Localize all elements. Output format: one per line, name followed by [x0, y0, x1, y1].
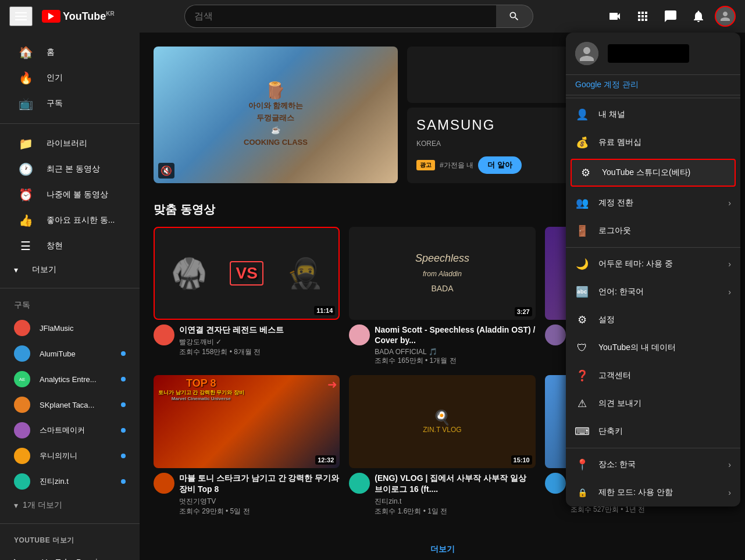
sidebar-item-subscriptions[interactable]: 📺 구독 [5, 91, 135, 116]
google-manage-link[interactable]: Google 계정 관리 [566, 75, 740, 95]
search-input[interactable] [184, 5, 496, 28]
sidebar-item-uni[interactable]: 우니의끼니 [0, 443, 140, 469]
sidebar-playlist-label: 창현 [47, 241, 63, 251]
duration-4: 12:32 [315, 455, 336, 465]
logo-icon [42, 10, 60, 23]
smart-dot [121, 428, 126, 433]
sidebar-item-jfla[interactable]: JFlaMusic [0, 315, 140, 341]
liked-icon: 👍 [19, 213, 33, 227]
menu-item-logout[interactable]: 🚪 로그아웃 [566, 217, 740, 245]
sidebar-divider-3 [0, 523, 140, 524]
menu-item-youtube-studio[interactable]: ⚙ YouTube 스튜디오(베타) [571, 159, 736, 187]
sidebar-item-trending[interactable]: 🔥 인기 [5, 65, 135, 91]
logo-country: KR [106, 10, 114, 17]
menu-item-feedback[interactable]: ⚠ 의견 보내기 [566, 390, 740, 418]
menu-item-data[interactable]: 🛡 YouTube의 내 데이터 [566, 334, 740, 362]
sidebar-liked-label: 좋아요 표시한 동... [47, 215, 115, 226]
menu-divider-1 [566, 98, 740, 98]
sidebar-item-smart[interactable]: 스마트메이커 [0, 418, 140, 443]
vs-text: VS [230, 261, 263, 286]
more-button[interactable]: ▾ 더보기 [0, 259, 140, 281]
volume-icon[interactable]: 🔇 [158, 163, 174, 179]
sidebar-item-premium[interactable]: ▶ YouTube Premium [0, 550, 140, 560]
menu-user-name [608, 44, 689, 63]
settings-label: 설정 [598, 315, 615, 325]
video-details-2: Naomi Scott - Speechless (Aladdin OST) /… [375, 324, 535, 366]
chevron-right-icon-5: › [728, 488, 731, 497]
sidebar-item-liked[interactable]: 👍 좋아요 표시한 동... [5, 208, 135, 233]
featured-video[interactable]: 🪵 아이와 함께하는두껑글래스☕COOKING CLASS 🔇 [154, 47, 398, 183]
video-card-4[interactable]: TOP 8 토니가 남기고 간 강력한 무기와 장비 Marvel Cinema… [154, 375, 340, 516]
chevron-down-icon: ▾ [14, 265, 18, 274]
language-icon: 🔤 [575, 285, 589, 299]
apps-button[interactable] [631, 5, 654, 28]
menu-item-settings[interactable]: ⚙ 설정 [566, 306, 740, 334]
create-button[interactable] [603, 5, 626, 28]
sidebar-watch-later-label: 나중에 볼 동영상 [47, 190, 108, 200]
video-info-2: Naomi Scott - Speechless (Aladdin OST) /… [349, 320, 535, 366]
sidebar-item-alumi[interactable]: AlumiTube [0, 341, 140, 366]
menu-item-restricted[interactable]: 🔒 제한 모드: 사용 안함 › [566, 479, 740, 507]
more-subs-button[interactable]: ▾ 1개 더보기 [0, 494, 140, 516]
sidebar-item-home[interactable]: 🏠 홈 [5, 40, 135, 65]
logout-icon: 🚪 [575, 224, 589, 238]
language-label: 언어: 한국어 [598, 287, 644, 297]
playlist-icon: ☰ [19, 239, 33, 253]
location-label: 장소: 한국 [598, 459, 636, 470]
paid-membership-icon: 💰 [575, 135, 589, 149]
menu-item-help[interactable]: ❓ 고객센터 [566, 362, 740, 390]
menu-item-my-channel[interactable]: 👤 내 채널 [566, 101, 740, 129]
video-thumb-4: TOP 8 토니가 남기고 간 강력한 무기와 장비 Marvel Cinema… [154, 375, 340, 468]
avatar-button[interactable] [715, 6, 736, 27]
video-thumb-1: 🥋 VS 🥷 11:14 [154, 227, 340, 320]
menu-item-location[interactable]: 📍 장소: 한국 › [566, 451, 740, 479]
search-button[interactable] [496, 5, 533, 28]
sidebar-item-skplanet[interactable]: SKplanet Taca... [0, 392, 140, 418]
jinty-label: 진티zin.t [40, 476, 112, 487]
library-icon: 📁 [19, 137, 33, 151]
video-info-5: (ENG) VLOG | 집에서 사부작 사부작 일상 브이로그 16 (ft.… [349, 468, 535, 516]
video-meta-4: 멋진기영TV조회수 29만회 • 5일 전 [179, 497, 340, 516]
video-info-4: 마블 토니 스타크가 남기고 간 강력한 무기와 장비 Top 8 멋진기영TV… [154, 468, 340, 516]
sidebar-item-history[interactable]: 🕐 최근 본 동영상 [5, 156, 135, 182]
video-card-2[interactable]: Speechlessfrom AladdinBADA 3:27 Naomi Sc… [349, 227, 535, 366]
ad-hash-text: #가전을 내 [440, 160, 473, 170]
dropdown-menu: Google 계정 관리 👤 내 채널 💰 유료 멤버십 ⚙ YouTube 스… [566, 33, 740, 507]
menu-item-paid-membership[interactable]: 💰 유료 멤버십 [566, 129, 740, 156]
data-label: YouTube의 내 데이터 [598, 343, 676, 353]
logo[interactable]: YouTubeKR [42, 10, 115, 23]
notifications-button[interactable] [687, 5, 710, 28]
duration-2: 3:27 [515, 307, 532, 316]
dark-theme-label: 어두운 테마: 사용 중 [598, 259, 673, 269]
sidebar-item-analytics[interactable]: AE Analytics Entre... [0, 366, 140, 392]
menu-item-shortcuts[interactable]: ⌨ 단축키 [566, 418, 740, 445]
menu-divider-2 [566, 247, 740, 248]
more-label: 더보기 [32, 265, 56, 275]
sidebar-item-jinty[interactable]: 진티zin.t [0, 469, 140, 494]
hamburger-button[interactable] [9, 6, 33, 26]
menu-item-dark-theme[interactable]: 🌙 어두운 테마: 사용 중 › [566, 250, 740, 278]
video-card-5[interactable]: 🍳 ZIN.T VLOG 15:10 (ENG) VLOG | 집에서 사부작 … [349, 375, 535, 516]
featured-thumbnail: 🪵 아이와 함께하는두껑글래스☕COOKING CLASS 🔇 [154, 47, 398, 183]
analytics-label: Analytics Entre... [40, 375, 112, 384]
uni-label: 우니의끼니 [40, 451, 112, 461]
video-meta-5: 진티zin.t조회수 1.6만회 • 1일 전 [375, 497, 535, 516]
header: YouTubeKR [0, 0, 745, 33]
smart-avatar [14, 422, 30, 438]
channel-avatar-6 [545, 473, 566, 494]
channel-avatar-3 [545, 324, 566, 345]
video-card-1[interactable]: 🥋 VS 🥷 11:14 이연결 견자단 레전드 베스트 빨강도깨비 ✓조회수 … [154, 227, 340, 366]
load-more-button[interactable]: 더보기 [430, 544, 455, 555]
video-details-4: 마블 토니 스타크가 남기고 간 강력한 무기와 장비 Top 8 멋진기영TV… [179, 473, 340, 516]
help-label: 고객센터 [598, 370, 631, 381]
channel-avatar-4 [154, 473, 174, 494]
sidebar-item-library[interactable]: 📁 라이브러리 [5, 131, 135, 156]
channel-avatar-1 [154, 324, 174, 345]
chat-button[interactable] [659, 5, 682, 28]
menu-item-switch-account[interactable]: 👥 계정 전환 › [566, 189, 740, 217]
menu-header [566, 33, 740, 75]
learn-more-button[interactable]: 더 알아 [478, 156, 522, 174]
sidebar-item-watch-later[interactable]: ⏰ 나중에 볼 동영상 [5, 182, 135, 208]
sidebar-item-playlist[interactable]: ☰ 창현 [5, 233, 135, 259]
menu-item-language[interactable]: 🔤 언어: 한국어 › [566, 278, 740, 306]
